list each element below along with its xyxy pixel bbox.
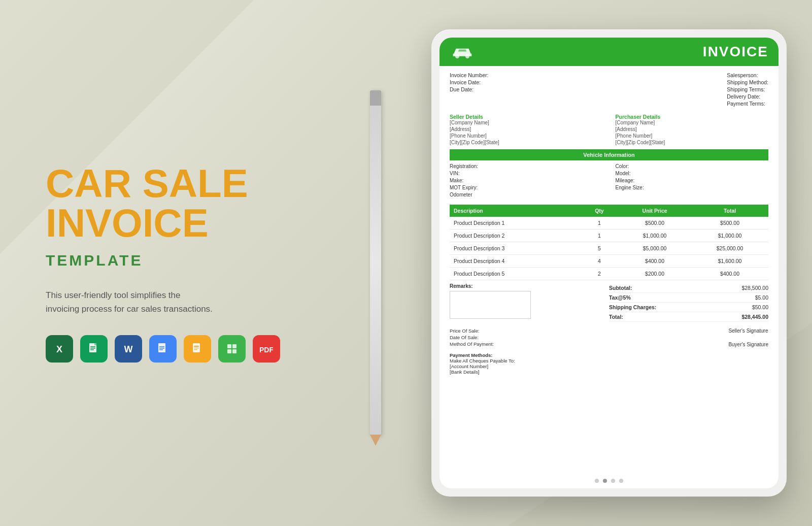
mileage-field: Mileage: [616, 178, 768, 183]
svg-text:W: W [124, 344, 133, 354]
payment-methods-section: Payment Methods: Make All Cheques Payabl… [439, 350, 779, 379]
shipping-method-label: Shipping Method: [727, 79, 768, 85]
dot-4 [619, 479, 623, 483]
payment-terms-label: Payment Terms: [727, 101, 768, 107]
svg-rect-8 [159, 346, 164, 347]
vehicle-details: Registration: VIN: Make: MOT Expiry: Odo… [439, 160, 779, 201]
seller-company: [Company Name] [450, 120, 602, 125]
invoice-title: INVOICE [703, 44, 768, 60]
price-of-sale: Price Of Sale: [450, 328, 494, 334]
item-unit-price-1: $1,000.00 [618, 229, 691, 242]
invoice-header: INVOICE [439, 38, 779, 66]
item-total-2: $25,000.00 [691, 242, 768, 255]
title-line1: CAR SALE [46, 161, 248, 206]
svg-point-20 [455, 54, 459, 58]
purchaser-values: [Company Name] [Address] [Phone Number] … [616, 120, 768, 145]
tablet-device: INVOICE Invoice Number: Invoice Date: Du… [431, 29, 787, 497]
shipping-value: $50.00 [752, 304, 768, 310]
svg-text:X: X [56, 344, 62, 354]
svg-rect-4 [90, 349, 94, 350]
purchaser-phone: [Phone Number] [616, 133, 768, 139]
item-unit-price-0: $500.00 [618, 217, 691, 229]
table-row: Product Description 1 1 $500.00 $500.00 [450, 217, 768, 229]
total-final-row: Total: $28,445.00 [609, 312, 768, 322]
total-label: Total: [609, 314, 623, 320]
svg-rect-18 [232, 349, 236, 353]
table-row: Product Description 4 4 $400.00 $1,600.0… [450, 255, 768, 268]
item-desc-3: Product Description 4 [450, 255, 581, 268]
shipping-terms-label: Shipping Terms: [727, 86, 768, 92]
tablet-screen: INVOICE Invoice Number: Invoice Date: Du… [439, 38, 779, 488]
invoice-number-label: Invoice Number: [450, 72, 488, 78]
description: This user-friendly tool simplifies the i… [46, 288, 259, 316]
svg-rect-10 [159, 349, 163, 350]
totals-remarks-section: Remarks: Subtotal: $28,500.00 Tax@5% $5.… [439, 280, 779, 325]
car-logo-icon [450, 44, 475, 59]
invoice-logo [450, 44, 475, 59]
svg-text:PDF: PDF [260, 346, 273, 354]
shipping-label: Shipping Charges: [609, 304, 656, 310]
bottom-right: Seller's Signature Buyer's Signature [728, 328, 768, 347]
make-field: Make: [450, 178, 602, 183]
purchaser-address: [Address] [616, 126, 768, 132]
method-of-payment: Method Of Payment: [450, 341, 494, 347]
bottom-left: Price Of Sale: Date Of Sale: Method Of P… [450, 328, 494, 347]
payment-line2: [Account Number] [450, 364, 488, 369]
desc-line1: This user-friendly tool simplifies the [46, 290, 180, 300]
item-total-0: $500.00 [691, 217, 768, 229]
svg-rect-14 [194, 349, 197, 350]
pencil [370, 90, 381, 436]
item-qty-2: 5 [581, 242, 618, 255]
seller-address: [Address] [450, 126, 602, 132]
engine-size-field: Engine Size: [616, 185, 768, 190]
svg-point-21 [465, 54, 469, 58]
registration-field: Registration: [450, 163, 602, 169]
dot-3 [611, 479, 615, 483]
svg-rect-17 [227, 349, 231, 353]
excel-icon: X [46, 335, 73, 363]
svg-rect-5 [94, 343, 96, 345]
invoice-date-label: Invoice Date: [450, 79, 488, 85]
item-desc-4: Product Description 5 [450, 268, 581, 280]
col-description: Description [450, 205, 581, 217]
tablet-bottom-bar [439, 473, 779, 488]
main-title: CAR SALE INVOICE [46, 163, 320, 243]
seller-values: [Company Name] [Address] [Phone Number] … [450, 120, 602, 145]
dot-1 [595, 479, 599, 483]
col-total: Total [691, 205, 768, 217]
item-unit-price-2: $5,000.00 [618, 242, 691, 255]
vin-field: VIN: [450, 171, 602, 176]
item-desc-0: Product Description 1 [450, 217, 581, 229]
item-unit-price-3: $400.00 [618, 255, 691, 268]
mot-expiry-field: MOT Expiry: [450, 185, 602, 190]
numbers-icon [218, 335, 246, 363]
item-qty-1: 1 [581, 229, 618, 242]
salesperson-label: Salesperson: [727, 72, 768, 78]
bottom-section: Price Of Sale: Date Of Sale: Method Of P… [439, 325, 779, 350]
left-panel: CAR SALE INVOICE TEMPLATE This user-frie… [25, 163, 320, 363]
due-date-label: Due Date: [450, 86, 488, 92]
subtotal-row: Subtotal: $28,500.00 [609, 283, 768, 293]
tax-value: $5.00 [755, 294, 768, 301]
item-total-1: $1,000.00 [691, 229, 768, 242]
totals-block: Subtotal: $28,500.00 Tax@5% $5.00 Shippi… [609, 283, 768, 322]
main-layout: CAR SALE INVOICE TEMPLATE This user-frie… [25, 19, 787, 507]
svg-rect-2 [90, 346, 95, 347]
shipping-row: Shipping Charges: $50.00 [609, 303, 768, 312]
pencil-decoration [355, 90, 396, 436]
seller-block: Seller Details [Company Name] [Address] … [450, 114, 602, 145]
col-unit-price: Unit Price [618, 205, 691, 217]
pdf-icon: PDF [253, 335, 280, 363]
seller-city: [City][Zip Code][State] [450, 140, 602, 145]
item-qty-4: 2 [581, 268, 618, 280]
vehicle-col-right: Color: Model: Mileage: Engine Size: [616, 163, 768, 198]
subtotal-value: $28,500.00 [741, 285, 768, 291]
tax-label: Tax@5% [609, 294, 631, 301]
seller-label: Seller Details [450, 114, 602, 120]
vehicle-col-left: Registration: VIN: Make: MOT Expiry: Odo… [450, 163, 602, 198]
table-row: Product Description 2 1 $1,000.00 $1,000… [450, 229, 768, 242]
delivery-date-label: Delivery Date: [727, 93, 768, 100]
remarks-label: Remarks: [450, 283, 584, 289]
title-line2: INVOICE [46, 201, 209, 245]
invoice-meta: Invoice Number: Invoice Date: Due Date: … [439, 66, 779, 113]
